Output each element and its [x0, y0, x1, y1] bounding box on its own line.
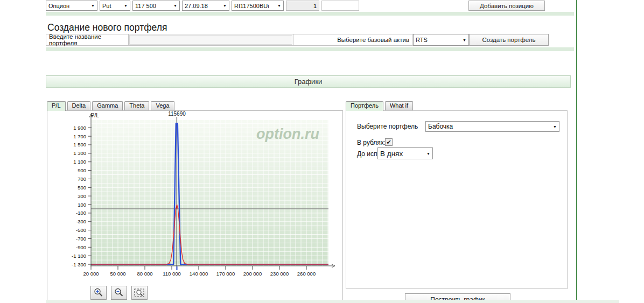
content-right-border [576, 0, 577, 303]
portfolio-tabs: Портфель What if [346, 101, 413, 111]
zoom-selection-button[interactable] [131, 286, 148, 300]
instrument-type-value: Опцион [48, 3, 69, 9]
chart-tabs: P/L Delta Gamma Theta Vega [47, 101, 174, 111]
svg-text:300: 300 [78, 193, 86, 199]
svg-text:-500: -500 [76, 227, 86, 233]
svg-text:-100: -100 [76, 210, 86, 216]
chevron-down-icon: ▼ [173, 4, 177, 8]
select-portfolio-label: Выберите портфель [357, 123, 418, 130]
chevron-down-icon: ▼ [223, 4, 227, 8]
portfolio-select[interactable]: Бабочка ▼ [425, 121, 559, 132]
chevron-down-icon: ▼ [426, 152, 430, 156]
zoom-in-icon [93, 287, 104, 298]
svg-text:1 900: 1 900 [73, 125, 86, 131]
svg-text:-1 300: -1 300 [72, 262, 86, 267]
tab-vega[interactable]: Vega [151, 101, 174, 110]
strike-value: 117 500 [135, 3, 156, 9]
svg-text:option.ru: option.ru [256, 126, 319, 142]
svg-text:-1 100: -1 100 [72, 253, 86, 259]
base-asset-label: Выберите базовый актив [293, 34, 413, 46]
pl-chart: option.ru1 9001 7001 5001 3001 100900700… [47, 111, 342, 283]
chevron-down-icon: ▼ [277, 4, 281, 8]
svg-text:500: 500 [78, 185, 86, 191]
tab-gamma[interactable]: Gamma [92, 101, 123, 110]
days-select[interactable]: В днях ▼ [377, 147, 433, 159]
tab-delta[interactable]: Delta [67, 101, 91, 110]
pl-chart-panel: option.ru1 9001 7001 5001 3001 100900700… [47, 110, 343, 303]
add-position-button[interactable]: Добавить позицию [468, 1, 545, 11]
portfolio-name-input[interactable] [129, 35, 292, 45]
instrument-type-select[interactable]: Опцион ▼ [46, 1, 97, 11]
svg-text:50 000: 50 000 [110, 271, 125, 277]
bottom-separator [46, 300, 619, 303]
svg-text:140 000: 140 000 [190, 271, 208, 277]
svg-text:-300: -300 [76, 219, 86, 224]
zoom-in-button[interactable] [90, 286, 107, 300]
charts-section-header: Графики [46, 75, 571, 88]
svg-text:230 000: 230 000 [270, 271, 289, 277]
svg-text:-700: -700 [76, 236, 86, 242]
svg-text:-900: -900 [76, 244, 86, 250]
expiry-value: 27.09.18 [185, 3, 208, 9]
svg-text:170 000: 170 000 [216, 271, 235, 277]
tab-theta[interactable]: Theta [124, 101, 149, 110]
quantity-input[interactable] [286, 1, 319, 11]
svg-text:1 300: 1 300 [73, 150, 86, 156]
ticker-select[interactable]: RI117500BUi ▼ [232, 1, 284, 11]
chevron-down-icon: ▼ [91, 4, 95, 8]
base-asset-value: RTS [416, 37, 428, 43]
chevron-down-icon: ▼ [463, 38, 466, 42]
zoom-out-icon [114, 287, 124, 298]
chevron-down-icon: ▼ [124, 4, 128, 8]
portfolio-name-label: Введите название портфеля [46, 34, 129, 46]
zoom-out-button[interactable] [111, 286, 127, 300]
portfolio-panel: Выберите портфель Бабочка ▼ В рублях: ✔ … [346, 110, 568, 289]
create-portfolio-button[interactable]: Создать портфель [469, 34, 549, 46]
position-entry-row: Опцион ▼ Put ▼ 117 500 ▼ 27.09.18 ▼ RI11… [46, 1, 359, 11]
svg-text:80 000: 80 000 [137, 271, 152, 277]
ticker-value: RI117500BUi [234, 3, 269, 9]
svg-text:110 000: 110 000 [163, 271, 181, 277]
create-portfolio-heading: Создание нового портфеля [47, 22, 167, 33]
portfolio-select-value: Бабочка [428, 123, 453, 130]
rubles-checkbox[interactable]: ✔ [385, 138, 393, 146]
zoom-selection-icon [134, 287, 145, 298]
page: Опцион ▼ Put ▼ 117 500 ▼ 27.09.18 ▼ RI11… [0, 0, 644, 303]
tab-what-if[interactable]: What if [385, 101, 413, 110]
direction-value: Put [102, 3, 111, 9]
row-separator [46, 47, 574, 51]
svg-text:115690: 115690 [168, 111, 186, 117]
chevron-down-icon: ▼ [553, 125, 557, 129]
svg-text:100: 100 [78, 202, 86, 208]
chart-zoom-controls [90, 286, 148, 300]
tab-portfolio[interactable]: Портфель [346, 101, 383, 111]
svg-text:P/L: P/L [90, 112, 99, 118]
days-select-value: В днях [380, 150, 403, 158]
svg-text:1 500: 1 500 [73, 142, 86, 147]
svg-text:700: 700 [78, 176, 86, 182]
svg-text:1 700: 1 700 [73, 133, 86, 139]
svg-text:1 100: 1 100 [73, 159, 86, 165]
row-separator [46, 12, 574, 16]
strike-select[interactable]: 117 500 ▼ [132, 1, 180, 11]
base-asset-select[interactable]: RTS ▼ [413, 34, 469, 46]
create-portfolio-row: Введите название портфеля Выберите базов… [46, 34, 549, 46]
svg-text:900: 900 [78, 167, 86, 173]
direction-select[interactable]: Put ▼ [100, 1, 130, 11]
svg-text:260 000: 260 000 [297, 271, 316, 277]
svg-text:200 000: 200 000 [243, 271, 262, 277]
tab-pl[interactable]: P/L [47, 101, 66, 111]
rubles-label: В рублях: [357, 139, 386, 146]
price-input[interactable] [321, 1, 359, 11]
expiry-select[interactable]: 27.09.18 ▼ [182, 1, 229, 11]
svg-text:20 000: 20 000 [83, 271, 99, 277]
